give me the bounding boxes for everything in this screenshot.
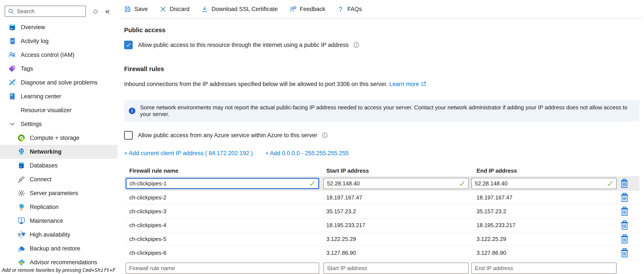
feedback-button[interactable]: Feedback [290,6,326,13]
download-ssl-certificate-button[interactable]: Download SSL Certificate [201,6,278,13]
favorites-hint-keys: Cmd+Shift+F [83,267,116,273]
new-rule-name-input[interactable] [126,265,319,272]
sidebar-item-learning-center[interactable]: 101Learning center [0,90,118,103]
delete-rule-button[interactable] [620,234,629,244]
new-end-ip-input[interactable] [472,265,616,272]
sidebar-item-backup-and-restore[interactable]: Backup and restore [0,241,118,255]
sidebar-item-label: Activity log [21,38,48,45]
svg-text:My: My [10,28,13,30]
delete-rule-button[interactable] [620,206,629,216]
sidebar-item-networking[interactable]: Networking [0,145,118,159]
end-ip-cell: 35.157.23.2 [476,208,620,215]
azure-services-checkbox-row: Allow public access from any Azure servi… [124,131,644,140]
end-ip-input[interactable] [472,180,616,187]
sidebar-item-tags[interactable]: Tags [0,62,118,76]
sidebar-item-activity-log[interactable]: Activity log [0,34,118,48]
sidebar-item-label: Tags [21,66,33,72]
start-ip-cell: 3.122.25.29 [326,236,476,242]
resource-visualizer-icon [8,106,16,114]
add-all-ips-link[interactable]: + Add 0.0.0.0 - 255.255.255.255 [265,150,349,157]
firewall-rule-row: ch-clickpipes-335.157.23.235.157.23.2 [124,205,640,218]
sidebar-search-row: ◇ « [0,6,118,17]
info-icon[interactable] [353,42,360,48]
sidebar-item-high-availability[interactable]: High availability [0,228,118,241]
table-header-row: Firewall rule name Start IP address End … [124,167,640,173]
save-button[interactable]: Save [124,6,148,13]
rule-name-field [126,178,319,189]
public-access-checkbox[interactable] [124,41,133,49]
toolbar-button-label: Discard [170,6,190,13]
start-ip-input[interactable] [324,180,468,187]
add-client-ip-link[interactable]: + Add current client IP address ( 84.172… [124,150,253,157]
sidebar-item-compute-storage[interactable]: $Compute + storage [0,131,118,145]
firewall-rule-row-editing [124,176,640,191]
delete-rule-button[interactable] [620,178,629,188]
save-icon [124,6,131,13]
sidebar-item-label: Compute + storage [30,135,80,141]
sidebar-item-databases[interactable]: DBDatabases [0,159,118,172]
advisor-icon [17,258,26,266]
sidebar-item-label: Networking [30,148,62,155]
azure-services-checkbox[interactable] [124,131,133,140]
sidebar-item-label: Advisor recommendations [30,259,97,266]
public-access-checkbox-label: Allow public access to this resource thr… [138,42,349,48]
compute-storage-icon: $ [17,134,26,142]
sidebar-item-label: Server parameters [30,190,78,197]
sidebar-item-resource-visualizer[interactable]: Resource visualizer [0,103,118,117]
sidebar-item-server-parameters[interactable]: Server parameters [0,186,118,200]
favorites-hint: Add or remove favorites by pressing Cmd+… [2,267,116,273]
sidebar-item-overview[interactable]: MyOverview [0,20,118,34]
sidebar-item-label: Settings [21,121,42,128]
access-control-icon [8,51,16,59]
toolbar-button-label: Save [134,6,148,13]
sidebar-item-replication[interactable]: Replication [0,200,118,214]
sidebar-item-label: High availability [30,231,70,238]
search-icon [8,8,14,15]
end-ip-field [471,178,616,189]
check-icon [126,42,132,48]
question-icon [337,6,344,13]
toolbar: SaveDiscardDownload SSL CertificateFeedb… [121,0,642,19]
feedback-icon [290,6,296,13]
new-end-ip-field [471,262,616,274]
sidebar-item-label: Maintenance [30,218,63,224]
start-ip-cell: 35.157.23.2 [326,208,476,215]
sidebar-item-diagnose-and-solve-problems[interactable]: Diagnose and solve problems [0,76,118,90]
maintenance-icon [17,217,26,225]
info-icon[interactable] [322,132,328,139]
databases-icon: DB [17,161,26,170]
diamond-icon[interactable]: ◇ [93,8,98,14]
collapse-sidebar-icon[interactable]: « [105,7,110,15]
valid-check-icon [309,180,315,187]
main-panel: SaveDiscardDownload SSL CertificateFeedb… [118,0,644,274]
learn-more-link[interactable]: Learn more [389,81,419,87]
sidebar-item-access-control-iam[interactable]: Access control (IAM) [0,48,118,62]
delete-rule-button[interactable] [620,220,629,230]
sidebar-item-label: Backup and restore [30,245,80,252]
tag-icon [8,65,16,73]
sidebar-item-connect[interactable]: Connect [0,172,118,186]
sidebar-item-maintenance[interactable]: Maintenance [0,214,118,228]
rule-name-input[interactable] [126,180,318,187]
end-ip-cell: 3.122.25.29 [476,236,620,242]
sidebar-item-settings[interactable]: Settings [0,117,118,131]
discard-button[interactable]: Discard [160,6,190,13]
firewall-rule-row: ch-clickpipes-418.195.233.21718.195.233.… [124,218,640,232]
networking-content: Public access Allow public access to thi… [118,19,644,274]
search-input[interactable] [16,8,83,15]
rule-name-cell: ch-clickpipes-3 [129,208,326,215]
sidebar-item-label: Resource visualizer [21,107,72,114]
svg-text:101: 101 [10,94,13,96]
discard-icon [160,6,166,13]
replication-icon [17,203,26,211]
delete-rule-button[interactable] [620,248,629,258]
firewall-description-text: Inbound connections from the IP addresse… [124,81,388,87]
new-start-ip-input[interactable] [324,265,468,272]
connect-icon [17,175,26,183]
delete-rule-button[interactable] [620,192,629,202]
start-ip-field [324,178,469,189]
sidebar-item-label: Overview [21,24,45,31]
public-access-checkbox-row: Allow public access to this resource thr… [124,40,644,50]
public-access-heading: Public access [124,26,644,34]
faqs-button[interactable]: FAQs [337,6,362,13]
